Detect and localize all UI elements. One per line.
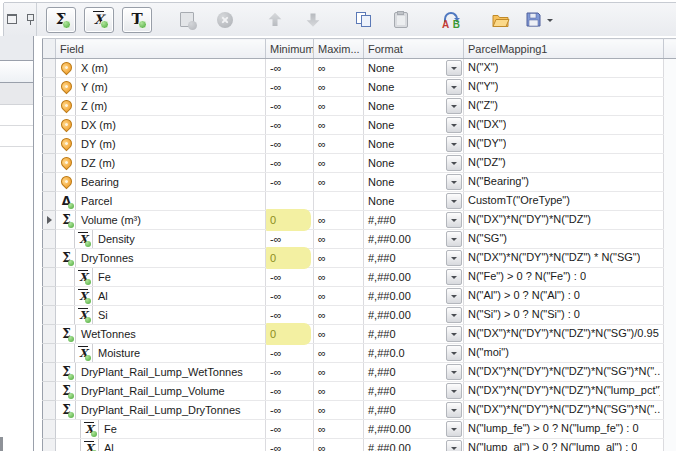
field-cell[interactable]: Y (m) — [56, 78, 266, 97]
format-cell[interactable]: None — [364, 78, 464, 97]
mapping-cell[interactable]: N("DX")*N("DY")*N("DZ")*N("SG")/0.95 — [464, 325, 664, 344]
row-selector[interactable] — [43, 306, 56, 325]
mapping-cell[interactable]: N("DX")*N("DY")*N("DZ") * N("SG") — [464, 249, 664, 268]
minimum-cell[interactable]: -∞ — [266, 97, 314, 116]
mapping-cell[interactable]: N("Bearing") — [464, 173, 664, 192]
format-dropdown-button[interactable] — [446, 212, 462, 228]
maximum-cell[interactable]: ∞ — [314, 211, 364, 230]
format-dropdown-button[interactable] — [446, 269, 462, 285]
minimum-cell[interactable]: -∞ — [266, 420, 314, 439]
mapping-cell[interactable]: N("DZ") — [464, 154, 664, 173]
format-dropdown-button[interactable] — [446, 364, 462, 380]
column-header-field[interactable]: Field — [56, 39, 266, 59]
minimum-cell[interactable]: -∞ — [266, 363, 314, 382]
minimum-cell[interactable]: -∞ — [266, 401, 314, 420]
maximum-cell[interactable]: ∞ — [314, 268, 364, 287]
maximum-cell[interactable]: ∞ — [314, 173, 364, 192]
format-cell[interactable]: None — [364, 135, 464, 154]
row-selector[interactable] — [43, 268, 56, 287]
field-cell[interactable]: DZ (m) — [56, 154, 266, 173]
column-header-format[interactable]: Format — [364, 39, 464, 59]
format-cell[interactable]: #,##0 — [364, 211, 464, 230]
field-cell[interactable]: Z (m) — [56, 97, 266, 116]
minimum-cell[interactable]: -∞ — [266, 78, 314, 97]
format-cell[interactable]: #,##0.00 — [364, 287, 464, 306]
mapping-cell[interactable]: N("lump_fe") > 0 ? N("lump_fe") : 0 — [464, 420, 664, 439]
minimum-cell[interactable]: -∞ — [266, 230, 314, 249]
format-dropdown-button[interactable] — [446, 307, 462, 323]
mapping-cell[interactable]: N("SG") — [464, 230, 664, 249]
format-cell[interactable]: None — [364, 173, 464, 192]
row-selector[interactable] — [43, 287, 56, 306]
row-selector[interactable] — [43, 135, 56, 154]
mapping-cell[interactable]: N("DX")*N("DY")*N("DZ") — [464, 211, 664, 230]
row-selector[interactable] — [43, 173, 56, 192]
format-cell[interactable]: None — [364, 59, 464, 78]
row-selector[interactable] — [43, 78, 56, 97]
row-selector[interactable] — [43, 230, 56, 249]
format-cell[interactable]: #,##0.00 — [364, 439, 464, 451]
row-selector[interactable] — [43, 116, 56, 135]
format-dropdown-button[interactable] — [446, 79, 462, 95]
maximum-cell[interactable]: ∞ — [314, 287, 364, 306]
format-cell[interactable]: #,##0 — [364, 249, 464, 268]
format-cell[interactable]: #,##0.00 — [364, 268, 464, 287]
format-dropdown-button[interactable] — [446, 288, 462, 304]
field-cell[interactable]: XMoisture — [56, 344, 266, 363]
maximum-cell[interactable]: ∞ — [314, 382, 364, 401]
field-cell[interactable]: ΣDryPlant_Rail_Lump_DryTonnes — [56, 401, 266, 420]
maximum-cell[interactable]: ∞ — [314, 97, 364, 116]
format-dropdown-button[interactable] — [446, 250, 462, 266]
row-selector[interactable] — [43, 382, 56, 401]
maximum-cell[interactable]: ∞ — [314, 363, 364, 382]
column-header-maximum[interactable]: Maxim... — [314, 39, 364, 59]
format-dropdown-button[interactable] — [446, 345, 462, 361]
minimum-cell[interactable]: -∞ — [266, 306, 314, 325]
mapping-cell[interactable]: N("DX")*N("DY")*N("DZ")*N("lump_pct") — [464, 382, 664, 401]
open-button[interactable] — [486, 7, 516, 33]
format-cell[interactable]: None — [364, 97, 464, 116]
mapping-cell[interactable]: N("moi") — [464, 344, 664, 363]
row-selector[interactable] — [43, 363, 56, 382]
format-cell[interactable]: None — [364, 154, 464, 173]
mapping-cell[interactable]: CustomT("OreType") — [464, 192, 664, 211]
field-cell[interactable]: DY (m) — [56, 135, 266, 154]
mapping-cell[interactable]: N("lump_al") > 0 ? N("lump_al") : 0 — [464, 439, 664, 451]
row-selector[interactable] — [43, 192, 56, 211]
maximum-cell[interactable]: ∞ — [314, 439, 364, 451]
mapping-cell[interactable]: N("DX") — [464, 116, 664, 135]
format-dropdown-button[interactable] — [446, 174, 462, 190]
format-dropdown-button[interactable] — [446, 383, 462, 399]
field-cell[interactable]: XFe — [56, 268, 266, 287]
minimum-cell[interactable]: -∞ — [266, 287, 314, 306]
maximum-cell[interactable]: ∞ — [314, 420, 364, 439]
field-cell[interactable]: XAl — [56, 287, 266, 306]
field-cell[interactable]: ΣDryPlant_Rail_Lump_Volume — [56, 382, 266, 401]
maximum-cell[interactable]: ∞ — [314, 59, 364, 78]
row-selector[interactable] — [43, 249, 56, 268]
maximum-cell[interactable]: ∞ — [314, 116, 364, 135]
mapping-cell[interactable]: N("DY") — [464, 135, 664, 154]
format-dropdown-button[interactable] — [446, 326, 462, 342]
copy-button[interactable] — [348, 7, 378, 33]
format-dropdown-button[interactable] — [446, 193, 462, 209]
format-cell[interactable]: #,##0 — [364, 363, 464, 382]
format-cell[interactable]: None — [364, 192, 464, 211]
mapping-cell[interactable]: N("Y") — [464, 78, 664, 97]
field-cell[interactable]: DX (m) — [56, 116, 266, 135]
minimum-cell[interactable]: -∞ — [266, 173, 314, 192]
field-cell[interactable]: ΣDryPlant_Rail_Lump_WetTonnes — [56, 363, 266, 382]
field-cell[interactable]: XAl — [56, 439, 266, 451]
row-selector[interactable] — [43, 439, 56, 451]
mapping-cell[interactable]: N("Si") > 0 ? N("Si") : 0 — [464, 306, 664, 325]
field-cell[interactable]: ΔParcel — [56, 192, 266, 211]
field-cell[interactable]: Bearing — [56, 173, 266, 192]
field-cell[interactable]: XFe — [56, 420, 266, 439]
field-cell[interactable]: X (m) — [56, 59, 266, 78]
minimum-cell[interactable]: -∞ — [266, 382, 314, 401]
add-sum-field-button[interactable]: Σ — [46, 7, 76, 33]
minimum-cell[interactable]: -∞ — [266, 439, 314, 451]
maximum-cell[interactable]: ∞ — [314, 230, 364, 249]
row-selector[interactable] — [43, 154, 56, 173]
minimum-cell[interactable]: 0 — [266, 325, 314, 344]
